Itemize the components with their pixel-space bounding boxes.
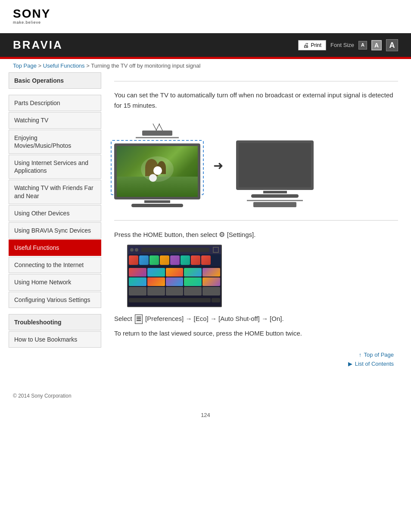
preferences-icon: ☰ <box>135 314 143 324</box>
sidebar-item-useful-functions[interactable]: Useful Functions <box>9 240 101 256</box>
top-of-page-label: Top of Page <box>364 352 394 358</box>
copyright: © 2014 Sony Corporation <box>0 389 411 403</box>
tv-stand-off <box>263 191 287 193</box>
step3-text: To return to the last viewed source, pre… <box>114 328 398 339</box>
up-arrow-icon: ↑ <box>359 352 362 358</box>
sony-logo: SONY make.believe <box>13 8 398 25</box>
sidebar-item-how-to-use[interactable]: How to Use Bookmarks <box>9 331 101 348</box>
settings-menu-bar <box>128 254 221 266</box>
sidebar: Basic Operations Parts Description Watch… <box>9 72 101 367</box>
tv-on-group: ╲╱╲ <box>114 124 200 207</box>
settings-grid <box>128 267 221 296</box>
sidebar-item-troubleshooting[interactable]: Troubleshooting <box>9 314 101 330</box>
device-box-off <box>253 202 296 207</box>
sidebar-item-basic-operations[interactable]: Basic Operations <box>9 72 101 89</box>
tv-off-group <box>236 124 314 207</box>
sidebar-item-connecting-internet[interactable]: Connecting to the Internet <box>9 257 101 273</box>
tv-screen-off <box>236 140 314 190</box>
signal-waves-icon: ╲╱╲ <box>153 124 162 131</box>
main-layout: Basic Operations Parts Description Watch… <box>0 72 411 376</box>
print-label: Print <box>311 42 321 48</box>
bravia-title: BRAVIA <box>13 38 63 52</box>
print-icon: 🖨 <box>303 42 309 49</box>
sony-wordmark: SONY <box>13 8 50 20</box>
breadcrumb-top-page[interactable]: Top Page <box>13 62 37 69</box>
sidebar-item-configuring-settings[interactable]: Configuring Various Settings <box>9 292 101 308</box>
sidebar-item-using-other-devices[interactable]: Using Other Devices <box>9 205 101 221</box>
sidebar-item-watching-tv-friends[interactable]: Watching TV with Friends Far and Near <box>9 180 101 204</box>
settings-screenshot <box>127 245 222 307</box>
arrow-right-icon: ➜ <box>213 159 223 173</box>
breadcrumb: Top Page > Useful Functions > Turning th… <box>0 59 411 72</box>
step1-prefix: Press the HOME button, then select <box>114 231 217 238</box>
list-of-contents-label: List of Contents <box>355 361 394 367</box>
tv-stand-on <box>144 200 170 203</box>
tv-off-container <box>236 140 314 198</box>
top-of-page-link[interactable]: ↑ Top of Page <box>359 352 394 358</box>
tv-base-off <box>251 194 299 198</box>
sidebar-item-parts-description[interactable]: Parts Description <box>9 95 101 111</box>
tv-screen-on <box>114 143 200 199</box>
tv-on-container <box>114 143 200 207</box>
divider-middle <box>114 220 398 221</box>
content-area: You can set the TV to automatically turn… <box>110 72 402 367</box>
sidebar-item-using-internet[interactable]: Using Internet Services and Applications <box>9 155 101 179</box>
copyright-text: © 2014 Sony Corporation <box>13 393 72 399</box>
top-bar: SONY make.believe <box>0 0 411 29</box>
sidebar-item-using-bravia-sync[interactable]: Using BRAVIA Sync Devices <box>9 222 101 239</box>
sony-tagline: make.believe <box>13 20 41 25</box>
sidebar-item-using-home-network[interactable]: Using Home Network <box>9 274 101 290</box>
page-number: 124 <box>0 412 411 427</box>
step2-suffix: [Preferences] → [Eco] → [Auto Shut-off] … <box>145 315 284 322</box>
breadcrumb-useful-functions[interactable]: Useful Functions <box>43 62 85 69</box>
device-cable <box>136 137 179 138</box>
sidebar-item-enjoying-movies[interactable]: Enjoying Movies/Music/Photos <box>9 130 101 154</box>
divider-top <box>114 81 398 81</box>
footer-links: ↑ Top of Page ▶ List of Contents <box>114 352 398 367</box>
step1-text: Press the HOME button, then select ⚙ [Se… <box>114 229 398 240</box>
settings-icon: ⚙ <box>219 229 225 240</box>
list-of-contents-link[interactable]: ▶ List of Contents <box>348 361 394 367</box>
font-medium-button[interactable]: A <box>371 40 382 50</box>
tv-illustration: ╲╱╲ <box>114 119 398 212</box>
step2-prefix: Select <box>114 315 132 322</box>
font-size-label: Font Size <box>330 42 354 48</box>
sidebar-item-watching-tv[interactable]: Watching TV <box>9 112 101 128</box>
print-button[interactable]: 🖨 Print <box>298 40 326 50</box>
intro-text: You can set the TV to automatically turn… <box>114 90 398 111</box>
font-small-button[interactable]: A <box>358 41 367 50</box>
tv-base-on <box>131 204 183 207</box>
bravia-bar: BRAVIA 🖨 Print Font Size A A A <box>0 33 411 57</box>
step2-text: Select ☰ [Preferences] → [Eco] → [Auto S… <box>114 314 398 324</box>
breadcrumb-current: Turning the TV off by monitoring input s… <box>91 62 200 69</box>
device-cable-off <box>247 200 303 201</box>
step1-suffix: [Settings]. <box>227 231 256 238</box>
font-large-button[interactable]: A <box>386 39 398 51</box>
settings-header-bar <box>128 246 221 254</box>
right-arrow-icon: ▶ <box>348 361 352 367</box>
tv-screen-image <box>117 146 198 197</box>
signal-device: ╲╱╲ <box>136 124 179 138</box>
device-box <box>142 131 172 136</box>
header-controls: 🖨 Print Font Size A A A <box>298 39 398 51</box>
